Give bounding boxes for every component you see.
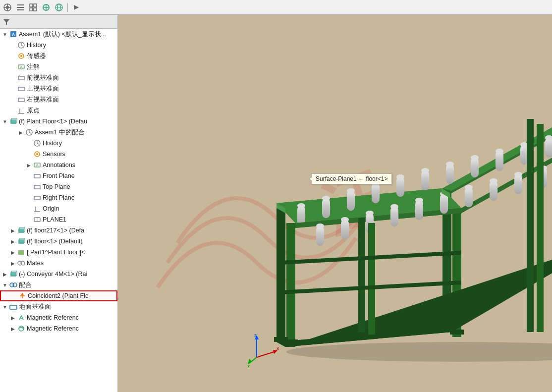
tree-item-origin2[interactable]: Origin: [0, 203, 117, 214]
svg-rect-91: [372, 183, 380, 203]
tree-item-origin1[interactable]: 原点: [0, 105, 117, 116]
tree-item-peihe[interactable]: ▼ 配合: [0, 280, 117, 290]
toolbar-more[interactable]: [71, 2, 82, 13]
svg-point-101: [446, 162, 454, 167]
tree-item-frontplane2[interactable]: Front Plane: [0, 170, 117, 181]
toolbar-icon-2[interactable]: [15, 2, 26, 13]
tree-item-frontplane1[interactable]: 前视基准面: [0, 72, 117, 83]
tree-item-annotations1[interactable]: A 注解: [0, 61, 117, 72]
tree-item-mates[interactable]: ▶ Mates: [0, 258, 117, 269]
toolbar-icon-5[interactable]: [54, 2, 64, 13]
history2-icon: [33, 139, 42, 148]
left-panel: ▼ A Assem1 (默认) <默认_显示状... History: [0, 15, 118, 392]
filter-icon: [3, 18, 10, 25]
mates-icon: [17, 259, 26, 268]
frontplane1-label: 前视基准面: [27, 74, 59, 82]
tree-item-floor1[interactable]: ▶ (f) floor<1> (Default): [0, 236, 117, 247]
svg-rect-94: [396, 177, 404, 197]
part3-icon: [17, 237, 26, 246]
expand-conveyor[interactable]: ▶: [1, 270, 9, 278]
tree-item-plantfloor[interactable]: ▼ (f) Plant Floor<1> (Defau: [0, 116, 117, 127]
svg-rect-42: [34, 185, 40, 189]
expand-groundplane[interactable]: ▼: [1, 303, 9, 311]
groundplane-label: 地面基准面: [19, 303, 51, 311]
conveyor-3d: [247, 45, 552, 387]
svg-rect-171: [450, 330, 464, 335]
tree-item-part1plantfloor[interactable]: ▶ [ Part1^Plant Floor ]<: [0, 247, 117, 258]
svg-point-107: [496, 149, 503, 154]
svg-rect-85: [322, 198, 330, 218]
expand-config[interactable]: ▶: [17, 128, 25, 136]
tree-item-rightplane2[interactable]: Right Plane: [0, 192, 117, 203]
tree-item-sensors2[interactable]: Sensors: [0, 149, 117, 160]
config-icon: [25, 128, 34, 137]
svg-rect-30: [18, 98, 24, 102]
plane-icon-1: [17, 73, 26, 82]
annotation2-icon: A: [33, 161, 42, 169]
tree-item-conveyor[interactable]: ▶ (-) Conveyor 4M<1> (Rai: [0, 269, 117, 280]
svg-point-92: [372, 181, 380, 186]
svg-point-123: [316, 224, 324, 228]
coincident2-label: Coincident2 (Plant Flc: [28, 292, 88, 299]
svg-text:Z: Z: [254, 333, 257, 337]
expand-magref2[interactable]: ▶: [9, 325, 17, 333]
svg-text:Y: Y: [247, 364, 250, 367]
feature-tree[interactable]: ▼ A Assem1 (默认) <默认_显示状... History: [0, 29, 117, 392]
svg-rect-66: [286, 223, 295, 347]
svg-rect-41: [34, 174, 40, 178]
svg-rect-146: [514, 174, 522, 194]
svg-point-38: [36, 153, 38, 155]
tree-item-coincident2[interactable]: Coincident2 (Plant Flc: [0, 290, 117, 301]
svg-rect-164: [527, 119, 534, 332]
expand-floor1[interactable]: ▶: [9, 237, 17, 245]
tree-item-groundplane[interactable]: ▼ 地面基准面: [0, 301, 117, 312]
svg-rect-29: [18, 87, 24, 91]
history2-label: History: [43, 140, 62, 147]
tree-item-floor217[interactable]: ▶ (f) floor217<1> (Defa: [0, 225, 117, 236]
toolbar-icon-3[interactable]: [28, 2, 39, 13]
tree-item-magref1[interactable]: ▶ Magnetic Referenc: [0, 312, 117, 323]
expand-plantfloor[interactable]: ▼: [1, 117, 9, 125]
tree-item-plane1[interactable]: PLANE1: [0, 214, 117, 225]
magref2-icon: [17, 324, 26, 333]
coordinate-axes: Z X Y: [247, 333, 281, 367]
svg-point-104: [471, 155, 479, 160]
origin2-label: Origin: [43, 205, 59, 212]
tree-item-root[interactable]: ▼ A Assem1 (默认) <默认_显示状...: [0, 29, 117, 40]
tree-item-annotations2[interactable]: ▶ A Annotations: [0, 160, 117, 170]
main-layout: ▼ A Assem1 (默认) <默认_显示状... History: [0, 15, 552, 392]
svg-point-129: [366, 211, 374, 216]
expand-ann2[interactable]: ▶: [25, 161, 33, 169]
plane2-icon-3: [33, 193, 42, 202]
expand-peihe[interactable]: ▼: [1, 281, 9, 289]
conveyor-label: (-) Conveyor 4M<1> (Rai: [19, 271, 87, 278]
expand-mates[interactable]: ▶: [9, 259, 17, 267]
expand-magref1[interactable]: ▶: [9, 314, 17, 322]
tree-item-topplane1[interactable]: 上视基准面: [0, 83, 117, 94]
annotations2-label: Annotations: [43, 162, 75, 168]
tree-item-rightplane1[interactable]: 右视基准面: [0, 94, 117, 105]
tree-item-history1[interactable]: History: [0, 40, 117, 51]
svg-rect-103: [471, 158, 479, 177]
expand-floor217[interactable]: ▶: [9, 226, 17, 234]
tree-item-magref2[interactable]: ▶ Magnetic Referenc: [0, 323, 117, 334]
tree-item-config[interactable]: ▶ Assem1 中的配合: [0, 127, 117, 138]
svg-point-144: [490, 178, 497, 183]
toolbar-icon-4[interactable]: [41, 2, 52, 13]
part-icon-1: [9, 117, 18, 126]
peihe-icon: [9, 280, 18, 289]
toolbar-icon-1[interactable]: [2, 2, 13, 13]
mate-constraint-icon: [18, 291, 27, 300]
3d-viewport[interactable]: 汪: [118, 15, 552, 392]
root-label: Assem1 (默认) <默认_显示状...: [19, 30, 106, 39]
tree-item-history2[interactable]: History: [0, 138, 117, 149]
sensors1-label: 传感器: [27, 52, 46, 60]
expand-root[interactable]: ▼: [1, 30, 9, 38]
tree-item-topplane2[interactable]: Top Plane: [0, 181, 117, 192]
expand-part1[interactable]: ▶: [9, 248, 17, 256]
svg-point-54: [21, 261, 25, 265]
svg-line-176: [257, 351, 276, 357]
plane1-icon: [33, 215, 42, 224]
plane-icon-2: [17, 84, 26, 93]
tree-item-sensors1[interactable]: 传感器: [0, 51, 117, 61]
